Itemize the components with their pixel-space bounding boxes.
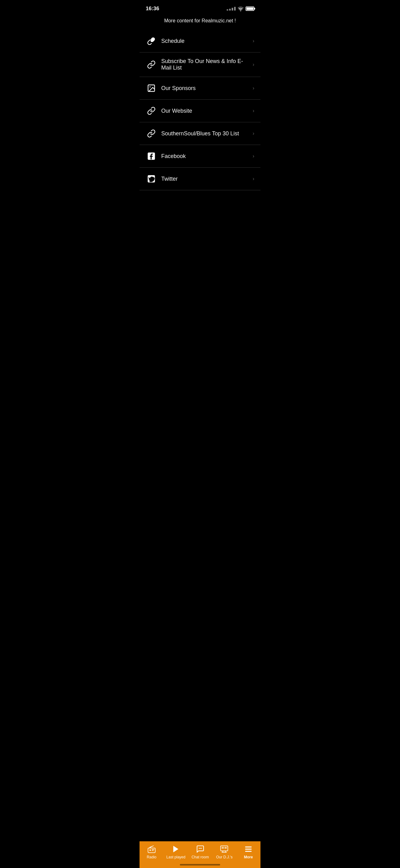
- chevron-icon-subscribe: ›: [253, 62, 254, 67]
- menu-list: Schedule › Subscribe To Our News & Info …: [139, 30, 261, 190]
- twitter-icon: [146, 173, 157, 184]
- menu-item-subscribe[interactable]: Subscribe To Our News & Info E-Mail List…: [139, 53, 261, 77]
- status-icons: [227, 6, 254, 11]
- chevron-icon: ›: [253, 38, 254, 44]
- chevron-icon-facebook: ›: [253, 153, 254, 159]
- menu-label-subscribe: Subscribe To Our News & Info E-Mail List: [161, 58, 253, 71]
- link-icon-website: [146, 105, 157, 116]
- page-title: More content for Realmuzic.net !: [139, 16, 261, 30]
- menu-item-facebook[interactable]: Facebook ›: [139, 145, 261, 168]
- menu-item-sponsors[interactable]: Our Sponsors ›: [139, 77, 261, 100]
- chevron-icon-twitter: ›: [253, 176, 254, 182]
- menu-item-twitter[interactable]: Twitter ›: [139, 168, 261, 190]
- chevron-icon-top30: ›: [253, 131, 254, 136]
- svg-point-1: [149, 86, 151, 88]
- chevron-icon-sponsors: ›: [253, 85, 254, 91]
- status-bar: 16:36: [139, 0, 261, 16]
- menu-label-twitter: Twitter: [161, 176, 253, 182]
- menu-label-schedule: Schedule: [161, 38, 253, 44]
- link-icon-subscribe: [146, 59, 157, 70]
- link-icon-top30: [146, 128, 157, 139]
- wifi-icon: [237, 6, 244, 11]
- menu-label-top30: SouthernSoul/Blues Top 30 List: [161, 130, 253, 137]
- menu-label-website: Our Website: [161, 108, 253, 114]
- battery-icon: [245, 6, 254, 11]
- chevron-icon-website: ›: [253, 108, 254, 114]
- signal-icon: [227, 7, 236, 10]
- menu-label-sponsors: Our Sponsors: [161, 85, 253, 92]
- menu-item-top30[interactable]: SouthernSoul/Blues Top 30 List ›: [139, 122, 261, 145]
- facebook-icon: [146, 151, 157, 162]
- link-icon: [146, 35, 157, 46]
- image-icon: [146, 83, 157, 94]
- menu-label-facebook: Facebook: [161, 153, 253, 160]
- status-time: 16:36: [146, 6, 159, 12]
- menu-item-website[interactable]: Our Website ›: [139, 100, 261, 122]
- menu-item-schedule[interactable]: Schedule ›: [139, 30, 261, 53]
- main-content: More content for Realmuzic.net ! Schedul…: [139, 16, 261, 221]
